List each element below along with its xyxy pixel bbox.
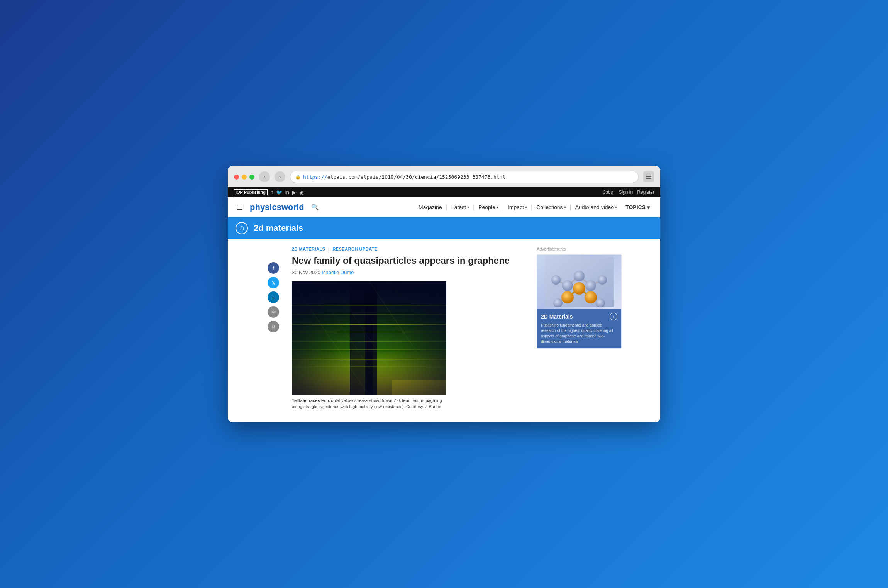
signin-group: Sign in | Register [619, 190, 654, 195]
nav-impact[interactable]: Impact ▾ [504, 197, 531, 217]
article-title: New family of quasiparticles appears in … [292, 254, 525, 266]
hamburger-menu-icon[interactable]: ☰ [234, 200, 246, 215]
share-email-button[interactable]: ✉ [268, 306, 279, 318]
article-content: 2D MATERIALS | RESEARCH UPDATE New famil… [292, 247, 525, 414]
category-icon: ⬡ [236, 222, 248, 234]
svg-point-39 [561, 291, 574, 303]
menu-line-1 [646, 175, 651, 175]
close-button[interactable] [234, 175, 239, 180]
register-link[interactable]: Register [637, 190, 654, 195]
caption-bold-text: Telltale traces [292, 398, 320, 403]
browser-window: ‹ › 🔒 https://elpais.com/elpais/2018/04/… [228, 166, 660, 422]
svg-point-34 [551, 275, 561, 285]
advertisement-label: Advertisements [537, 247, 622, 251]
topics-button[interactable]: TOPICS ▾ [621, 197, 654, 217]
linkedin-top-icon[interactable]: in [285, 190, 289, 195]
article-category-tag: 2D MATERIALS | RESEARCH UPDATE [292, 247, 525, 251]
share-linkedin-button[interactable]: in [268, 291, 279, 303]
site-logo[interactable]: physicsworld [250, 202, 304, 212]
svg-rect-10 [292, 366, 446, 367]
jobs-link[interactable]: Jobs [603, 190, 613, 195]
nav-people[interactable]: People ▾ [475, 197, 502, 217]
ad-title-row: 2D Materials › [541, 313, 617, 320]
latest-dropdown-icon: ▾ [467, 205, 469, 209]
nav-magazine[interactable]: Magazine [415, 197, 446, 217]
top-bar: IOP Publishing f 🐦 in ▶ ◉ Jobs Sign in |… [228, 187, 660, 197]
logo-world: world [281, 202, 304, 212]
svg-rect-7 [292, 341, 446, 342]
category-banner: ⬡ 2d materials [228, 217, 660, 239]
menu-line-3 [646, 178, 651, 179]
share-facebook-button[interactable]: f [268, 262, 279, 274]
share-twitter-button[interactable]: 𝕏 [268, 277, 279, 288]
svg-rect-5 [292, 324, 446, 325]
logo-physics: physics [250, 202, 281, 212]
website-content: IOP Publishing f 🐦 in ▶ ◉ Jobs Sign in |… [228, 187, 660, 422]
ad-bottom: 2D Materials › Publishing fundamental an… [537, 309, 621, 348]
rss-top-icon[interactable]: ◉ [299, 190, 303, 195]
article-meta: 30 Nov 2020 Isabelle Dumé [292, 269, 525, 275]
svg-rect-2 [365, 281, 377, 395]
article-image-container: Telltale traces Horizontal yellow streak… [292, 281, 446, 410]
maximize-button[interactable] [249, 175, 254, 180]
svg-line-13 [330, 281, 408, 395]
svg-rect-6 [292, 332, 446, 332]
search-button[interactable]: 🔍 [308, 200, 322, 214]
browser-menu-button[interactable] [643, 171, 654, 182]
svg-rect-18 [292, 281, 446, 395]
iop-logo: IOP Publishing [234, 189, 268, 195]
svg-line-12 [311, 281, 388, 395]
traffic-lights [234, 175, 254, 180]
nav-audio-video[interactable]: Audio and video ▾ [571, 197, 621, 217]
top-bar-left: IOP Publishing f 🐦 in ▶ ◉ [234, 189, 303, 195]
svg-line-14 [369, 281, 446, 395]
article-image [292, 281, 446, 395]
category-link[interactable]: 2D MATERIALS [292, 247, 325, 251]
category-separator: | [328, 247, 330, 251]
social-sidebar: f 𝕏 in ✉ ⎙ [266, 247, 280, 414]
subcategory-link[interactable]: RESEARCH UPDATE [332, 247, 378, 251]
url-path: elpais.com/elpais/2018/04/30/ciencia/152… [327, 174, 506, 180]
browser-chrome: ‹ › 🔒 https://elpais.com/elpais/2018/04/… [228, 166, 660, 187]
hexagon-icon: ⬡ [239, 225, 244, 231]
url-display: https://elpais.com/elpais/2018/04/30/cie… [303, 174, 505, 180]
svg-rect-19 [392, 380, 446, 395]
nav-collections[interactable]: Collections ▾ [532, 197, 569, 217]
svg-line-15 [388, 281, 446, 351]
article-author[interactable]: Isabelle Dumé [322, 269, 354, 275]
nav-links: Magazine | Latest ▾ | People ▾ | Impact … [415, 197, 654, 217]
print-button[interactable]: ⎙ [268, 321, 279, 332]
svg-rect-9 [292, 359, 446, 360]
minimize-button[interactable] [242, 175, 247, 180]
back-button[interactable]: ‹ [259, 171, 270, 182]
forward-button[interactable]: › [275, 171, 285, 182]
signin-link[interactable]: Sign in [619, 190, 633, 195]
ad-arrow-icon[interactable]: › [610, 313, 617, 320]
impact-dropdown-icon: ▾ [525, 205, 527, 209]
youtube-top-icon[interactable]: ▶ [292, 190, 296, 195]
article-date: 30 Nov 2020 [292, 269, 320, 275]
svg-point-40 [585, 291, 597, 303]
svg-point-32 [562, 280, 573, 291]
svg-point-33 [585, 280, 596, 291]
advertisement-sidebar: Advertisements [537, 247, 622, 414]
content-wrapper: f 𝕏 in ✉ ⎙ 2D MATERIALS | RESEARCH UPDAT… [251, 239, 637, 422]
ad-card[interactable]: 2D Materials › Publishing fundamental an… [537, 254, 622, 349]
svg-point-38 [573, 282, 585, 295]
url-scheme: https:// [303, 174, 327, 180]
image-caption: Telltale traces Horizontal yellow streak… [292, 398, 446, 410]
svg-rect-8 [292, 349, 446, 350]
svg-rect-0 [292, 281, 446, 395]
svg-rect-3 [292, 305, 446, 306]
facebook-top-icon[interactable]: f [271, 190, 273, 195]
menu-line-2 [646, 176, 651, 177]
collections-dropdown-icon: ▾ [564, 205, 566, 209]
svg-rect-1 [350, 281, 373, 395]
svg-point-35 [598, 275, 607, 285]
svg-rect-4 [292, 314, 446, 315]
address-bar[interactable]: 🔒 https://elpais.com/elpais/2018/04/30/c… [290, 171, 639, 183]
twitter-top-icon[interactable]: 🐦 [276, 190, 282, 195]
topics-dropdown-icon: ▾ [647, 204, 650, 210]
social-icons-bar: f 🐦 in ▶ ◉ [271, 190, 303, 195]
nav-latest[interactable]: Latest ▾ [447, 197, 473, 217]
